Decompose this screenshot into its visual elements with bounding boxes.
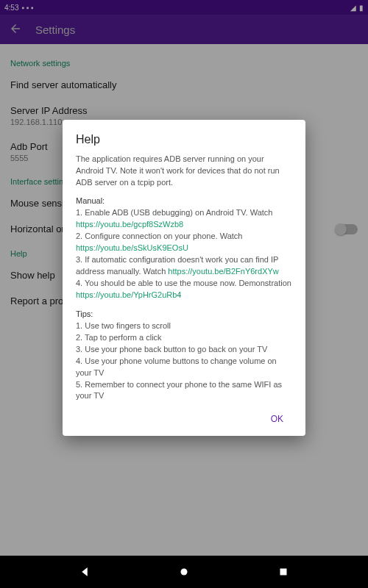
link-1[interactable]: https://youtu.be/gcpf8SzWzb8 (76, 220, 183, 229)
svg-point-0 (181, 569, 188, 576)
ok-button[interactable]: OK (262, 408, 292, 430)
svg-rect-1 (280, 569, 287, 576)
nav-back-icon[interactable] (70, 557, 99, 587)
tip-1: 1. Use two fingers to scroll (76, 320, 292, 332)
manual-heading: Manual: (76, 196, 292, 207)
link-4[interactable]: https://youtu.be/YpHrG2uRb4 (76, 290, 182, 299)
manual-step-3: 3. If automatic configuration doesn't wo… (76, 254, 292, 278)
help-dialog: Help The application requires ADB server… (63, 120, 305, 437)
dialog-scrim[interactable]: Help The application requires ADB server… (0, 0, 368, 556)
nav-recent-icon[interactable] (269, 557, 298, 587)
manual-step-4: 4. You should be able to use the mouse n… (76, 278, 292, 301)
tip-2: 2. Tap to perform a click (76, 332, 292, 344)
tip-4: 4. Use your phone volume buttons to chan… (76, 356, 292, 379)
navigation-bar (0, 556, 368, 588)
manual-step-1: 1. Enable ADB (USB debugging) on Android… (76, 207, 292, 231)
tip-5: 5. Remember to connect your phone to the… (76, 379, 292, 403)
tip-3: 3. Use your phone back button to go back… (76, 344, 292, 356)
dialog-title: Help (76, 133, 292, 146)
dialog-body: The application requires ADB server runn… (76, 154, 292, 403)
manual-step-2: 2. Configure connection on your phone. W… (76, 231, 292, 254)
tips-heading: Tips: (76, 309, 292, 320)
dialog-intro: The application requires ADB server runn… (76, 154, 292, 189)
nav-home-icon[interactable] (169, 557, 199, 587)
link-3[interactable]: https://youtu.be/B2FnY6rdXYw (168, 267, 278, 276)
link-2[interactable]: https://youtu.be/sSkUsK9EOsU (76, 243, 188, 252)
